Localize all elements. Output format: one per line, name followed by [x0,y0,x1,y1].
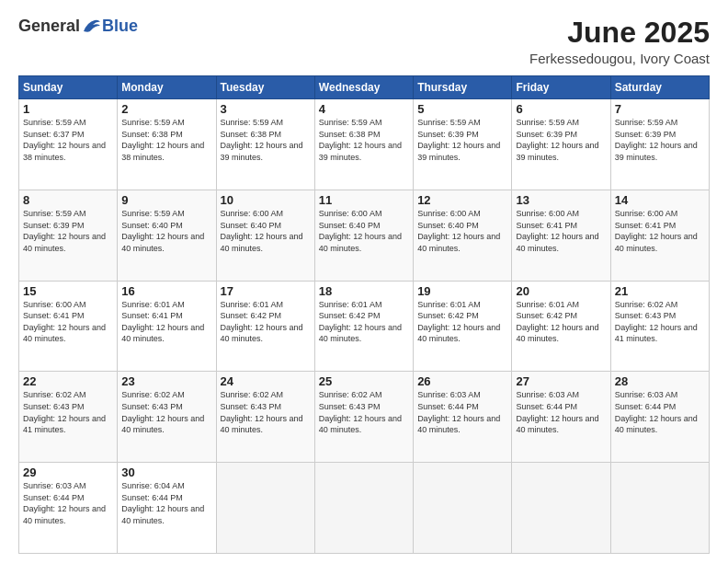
day-info: Sunrise: 6:00 AMSunset: 6:41 PMDaylight:… [615,209,698,253]
table-row: 21 Sunrise: 6:02 AMSunset: 6:43 PMDaylig… [610,281,709,372]
table-row: 27 Sunrise: 6:03 AMSunset: 6:44 PMDaylig… [512,372,610,463]
col-wednesday: Wednesday [314,76,413,99]
day-info: Sunrise: 6:01 AMSunset: 6:42 PMDaylight:… [417,300,500,344]
day-info: Sunrise: 5:59 AMSunset: 6:37 PMDaylight:… [23,118,106,162]
day-info: Sunrise: 5:59 AMSunset: 6:39 PMDaylight:… [23,209,106,253]
calendar-header-row: Sunday Monday Tuesday Wednesday Thursday… [19,76,710,99]
day-info: Sunrise: 5:59 AMSunset: 6:38 PMDaylight:… [319,118,402,162]
day-number: 16 [121,284,211,298]
logo: General Blue [18,17,138,36]
table-row: 23 Sunrise: 6:02 AMSunset: 6:43 PMDaylig… [118,372,216,463]
day-number: 28 [615,374,705,388]
col-tuesday: Tuesday [216,76,314,99]
day-info: Sunrise: 6:00 AMSunset: 6:41 PMDaylight:… [23,300,106,344]
day-info: Sunrise: 6:00 AMSunset: 6:40 PMDaylight:… [221,209,303,253]
day-number: 26 [417,374,507,388]
day-number: 29 [23,465,113,479]
logo-general-text: General [18,17,80,36]
day-info: Sunrise: 6:01 AMSunset: 6:41 PMDaylight:… [121,300,204,344]
day-number: 17 [221,284,311,298]
day-info: Sunrise: 5:59 AMSunset: 6:40 PMDaylight:… [121,209,204,253]
table-row: 14 Sunrise: 6:00 AMSunset: 6:41 PMDaylig… [610,190,709,281]
day-info: Sunrise: 6:00 AMSunset: 6:41 PMDaylight:… [516,209,598,253]
subtitle: Ferkessedougou, Ivory Coast [529,51,710,66]
day-info: Sunrise: 6:03 AMSunset: 6:44 PMDaylight:… [23,481,106,525]
col-friday: Friday [512,76,610,99]
table-row: 2 Sunrise: 5:59 AMSunset: 6:38 PMDayligh… [118,99,216,190]
main-title: June 2025 [529,17,710,49]
table-row: 9 Sunrise: 5:59 AMSunset: 6:40 PMDayligh… [118,190,216,281]
day-info: Sunrise: 6:03 AMSunset: 6:44 PMDaylight:… [615,390,698,434]
table-row [414,463,512,554]
table-row: 25 Sunrise: 6:02 AMSunset: 6:43 PMDaylig… [314,372,413,463]
table-row [512,463,610,554]
day-number: 25 [319,374,409,388]
day-number: 8 [23,193,113,207]
day-info: Sunrise: 6:00 AMSunset: 6:40 PMDaylight:… [319,209,402,253]
table-row: 4 Sunrise: 5:59 AMSunset: 6:38 PMDayligh… [314,99,413,190]
day-number: 20 [516,284,606,298]
table-row: 17 Sunrise: 6:01 AMSunset: 6:42 PMDaylig… [216,281,314,372]
day-info: Sunrise: 6:02 AMSunset: 6:43 PMDaylight:… [319,390,402,434]
day-number: 4 [319,102,409,116]
table-row: 11 Sunrise: 6:00 AMSunset: 6:40 PMDaylig… [314,190,413,281]
day-number: 11 [319,193,409,207]
logo-blue-text: Blue [102,17,138,36]
table-row: 10 Sunrise: 6:00 AMSunset: 6:40 PMDaylig… [216,190,314,281]
day-info: Sunrise: 6:02 AMSunset: 6:43 PMDaylight:… [121,390,204,434]
title-block: June 2025 Ferkessedougou, Ivory Coast [529,17,710,66]
day-number: 15 [23,284,113,298]
day-info: Sunrise: 6:02 AMSunset: 6:43 PMDaylight:… [221,390,303,434]
day-info: Sunrise: 6:03 AMSunset: 6:44 PMDaylight:… [417,390,500,434]
day-info: Sunrise: 6:01 AMSunset: 6:42 PMDaylight:… [221,300,303,344]
table-row [216,463,314,554]
day-number: 13 [516,193,606,207]
logo-bird-icon [82,18,102,35]
day-info: Sunrise: 6:01 AMSunset: 6:42 PMDaylight:… [516,300,598,344]
table-row [610,463,709,554]
day-number: 27 [516,374,606,388]
calendar-week-row: 29 Sunrise: 6:03 AMSunset: 6:44 PMDaylig… [19,463,710,554]
day-info: Sunrise: 6:03 AMSunset: 6:44 PMDaylight:… [516,390,598,434]
calendar-week-row: 1 Sunrise: 5:59 AMSunset: 6:37 PMDayligh… [19,99,710,190]
table-row: 13 Sunrise: 6:00 AMSunset: 6:41 PMDaylig… [512,190,610,281]
table-row: 19 Sunrise: 6:01 AMSunset: 6:42 PMDaylig… [414,281,512,372]
day-info: Sunrise: 5:59 AMSunset: 6:39 PMDaylight:… [516,118,598,162]
table-row: 22 Sunrise: 6:02 AMSunset: 6:43 PMDaylig… [19,372,118,463]
page: General Blue June 2025 Ferkessedougou, I… [0,0,728,563]
day-number: 7 [615,102,705,116]
day-number: 24 [221,374,311,388]
table-row: 12 Sunrise: 6:00 AMSunset: 6:40 PMDaylig… [414,190,512,281]
table-row: 8 Sunrise: 5:59 AMSunset: 6:39 PMDayligh… [19,190,118,281]
day-number: 23 [121,374,211,388]
table-row: 29 Sunrise: 6:03 AMSunset: 6:44 PMDaylig… [19,463,118,554]
day-number: 18 [319,284,409,298]
day-number: 22 [23,374,113,388]
day-number: 14 [615,193,705,207]
table-row: 6 Sunrise: 5:59 AMSunset: 6:39 PMDayligh… [512,99,610,190]
day-number: 5 [417,102,507,116]
table-row: 28 Sunrise: 6:03 AMSunset: 6:44 PMDaylig… [610,372,709,463]
col-saturday: Saturday [610,76,709,99]
day-number: 30 [121,465,211,479]
col-thursday: Thursday [414,76,512,99]
day-number: 9 [121,193,211,207]
day-info: Sunrise: 6:02 AMSunset: 6:43 PMDaylight:… [615,300,698,344]
day-number: 10 [221,193,311,207]
table-row: 1 Sunrise: 5:59 AMSunset: 6:37 PMDayligh… [19,99,118,190]
table-row: 3 Sunrise: 5:59 AMSunset: 6:38 PMDayligh… [216,99,314,190]
day-info: Sunrise: 5:59 AMSunset: 6:39 PMDaylight:… [615,118,698,162]
calendar-week-row: 8 Sunrise: 5:59 AMSunset: 6:39 PMDayligh… [19,190,710,281]
day-info: Sunrise: 6:01 AMSunset: 6:42 PMDaylight:… [319,300,402,344]
table-row: 15 Sunrise: 6:00 AMSunset: 6:41 PMDaylig… [19,281,118,372]
day-number: 6 [516,102,606,116]
calendar-week-row: 15 Sunrise: 6:00 AMSunset: 6:41 PMDaylig… [19,281,710,372]
table-row: 16 Sunrise: 6:01 AMSunset: 6:41 PMDaylig… [118,281,216,372]
table-row: 24 Sunrise: 6:02 AMSunset: 6:43 PMDaylig… [216,372,314,463]
day-number: 21 [615,284,705,298]
day-info: Sunrise: 6:02 AMSunset: 6:43 PMDaylight:… [23,390,106,434]
day-number: 12 [417,193,507,207]
day-number: 2 [121,102,211,116]
day-number: 3 [221,102,311,116]
day-number: 19 [417,284,507,298]
